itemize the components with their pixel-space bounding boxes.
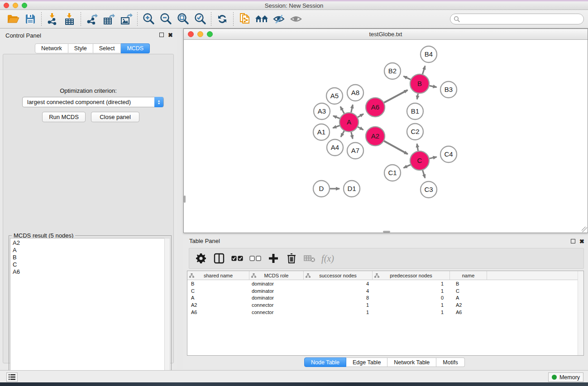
node-B2[interactable]: B2 [384, 63, 401, 79]
column-header-mcds-role[interactable]: MCDS role [249, 271, 304, 280]
node-C3[interactable]: C3 [421, 181, 437, 198]
add-column-icon[interactable] [265, 250, 282, 267]
table-row[interactable]: Cdominator41C [187, 287, 583, 295]
hide-eye-icon[interactable] [270, 11, 287, 27]
table-cell[interactable]: C [187, 287, 249, 295]
table-cell[interactable]: 8 [304, 294, 373, 301]
delete-table-icon[interactable] [301, 250, 318, 267]
node-A7[interactable]: A7 [347, 143, 363, 159]
network-file-icon[interactable] [236, 11, 253, 27]
import-table-icon[interactable] [61, 11, 78, 27]
column-header-successor-nodes[interactable]: successor nodes [304, 271, 373, 280]
edge-C-C1[interactable] [404, 165, 411, 168]
zoom-in-icon[interactable] [140, 11, 157, 27]
tab-edge-table[interactable]: Edge Table [346, 357, 387, 367]
mcds-result-scrollbar[interactable] [164, 238, 170, 386]
edge-A-A8[interactable] [351, 105, 353, 112]
columns-icon[interactable] [211, 250, 227, 267]
home-icon[interactable] [253, 11, 270, 27]
mcds-result-item[interactable]: C [13, 261, 164, 268]
import-network-icon[interactable] [44, 11, 61, 27]
tab-network[interactable]: Network [35, 43, 68, 53]
close-panel-icon[interactable]: ✖ [168, 33, 173, 38]
tab-select[interactable]: Select [93, 43, 121, 53]
close-panel-button[interactable]: Close panel [91, 112, 139, 122]
memory-button[interactable]: Memory [548, 372, 583, 382]
table-cell[interactable]: 1 [373, 280, 450, 287]
run-mcds-button[interactable]: Run MCDS [42, 112, 86, 122]
edge-A-A1[interactable] [333, 125, 339, 128]
zoom-fit-icon[interactable] [174, 11, 191, 27]
table-cell[interactable]: B [187, 280, 249, 287]
gear-icon[interactable] [193, 250, 209, 267]
edge-C-C3[interactable] [423, 170, 425, 178]
table-cell[interactable]: A2 [450, 301, 487, 309]
table-cell[interactable]: 1 [304, 301, 373, 309]
table-cell[interactable]: 4 [304, 287, 373, 295]
zoom-out-icon[interactable] [157, 11, 174, 27]
edge-C-C4[interactable] [429, 157, 436, 159]
node-C[interactable]: C [410, 151, 429, 170]
table-row[interactable]: A2connector11A2 [187, 301, 583, 309]
table-row[interactable]: Adominator80A [187, 294, 583, 301]
edge-A-A6[interactable] [358, 114, 363, 117]
function-builder-icon[interactable]: f(x) [320, 250, 336, 267]
table-cell[interactable]: connector [249, 309, 304, 316]
network-horizontal-scroll-thumb[interactable] [383, 231, 390, 233]
node-A5[interactable]: A5 [326, 88, 343, 104]
node-C2[interactable]: C2 [407, 124, 423, 140]
table-cell[interactable]: A2 [187, 301, 249, 309]
task-history-button[interactable] [6, 372, 18, 382]
search-input[interactable] [460, 15, 583, 23]
open-folder-icon[interactable] [5, 11, 22, 27]
mcds-result-list[interactable]: A2ABCA6 [10, 238, 165, 386]
node-A4[interactable]: A4 [327, 139, 343, 156]
column-header-shared-name[interactable]: shared name [187, 271, 249, 280]
table-row[interactable]: A6connector11A6 [187, 309, 583, 316]
deselect-all-icon[interactable] [247, 250, 263, 267]
edge-B-B1[interactable] [417, 94, 418, 100]
node-B1[interactable]: B1 [407, 103, 423, 119]
mcds-result-item[interactable]: A [13, 247, 164, 254]
delete-column-icon[interactable] [283, 250, 300, 267]
table-row[interactable]: Bdominator41B [187, 280, 583, 287]
edge-B-B4[interactable] [422, 66, 425, 74]
table-cell[interactable]: connector [249, 301, 304, 309]
edge-B-B2[interactable] [403, 76, 411, 79]
table-cell[interactable]: dominator [249, 280, 304, 287]
edge-A-A3[interactable] [333, 116, 340, 119]
table-cell[interactable]: dominator [249, 287, 304, 295]
table-cell[interactable]: A [187, 294, 249, 301]
export-network-icon[interactable] [83, 11, 100, 27]
mcds-result-item[interactable]: B [13, 254, 164, 261]
zoom-selected-icon[interactable] [191, 11, 209, 27]
edge-A2-C[interactable] [384, 141, 407, 154]
node-B3[interactable]: B3 [440, 81, 457, 98]
export-table-icon[interactable] [100, 11, 118, 27]
table-scrollbar[interactable] [578, 271, 583, 355]
column-header-name[interactable]: name [450, 271, 487, 280]
node-A6[interactable]: A6 [366, 98, 385, 117]
node-D[interactable]: D [313, 181, 330, 197]
search-box[interactable] [450, 14, 584, 24]
float-table-panel-icon[interactable] [571, 239, 575, 243]
mcds-result-item[interactable]: A6 [13, 268, 164, 276]
criterion-dropdown[interactable]: largest connected component (directed) ▲… [22, 97, 164, 107]
node-B[interactable]: B [410, 74, 429, 93]
node-table[interactable]: shared name MCDS role successor nodes pr… [187, 271, 584, 356]
table-cell[interactable]: 1 [373, 309, 450, 316]
node-C4[interactable]: C4 [440, 146, 457, 162]
show-eye-icon[interactable] [287, 11, 305, 27]
tab-network-table[interactable]: Network Table [387, 357, 436, 367]
table-cell[interactable]: A6 [187, 309, 249, 316]
network-window-titlebar[interactable]: testGlobe.txt [184, 29, 588, 40]
edge-A-A7[interactable] [351, 132, 353, 138]
node-A8[interactable]: A8 [347, 85, 363, 101]
network-canvas[interactable]: B4B2BB3B1A5A8A6A3AA1A2C2A4A7C4CC1C3DD1 [184, 40, 588, 233]
tab-motifs[interactable]: Motifs [436, 357, 464, 367]
edge-B-B3[interactable] [430, 86, 437, 87]
table-cell[interactable]: 1 [304, 309, 373, 316]
close-table-panel-icon[interactable]: ✖ [579, 239, 584, 244]
select-all-icon[interactable] [229, 250, 245, 267]
edge-C-C2[interactable] [417, 144, 418, 151]
